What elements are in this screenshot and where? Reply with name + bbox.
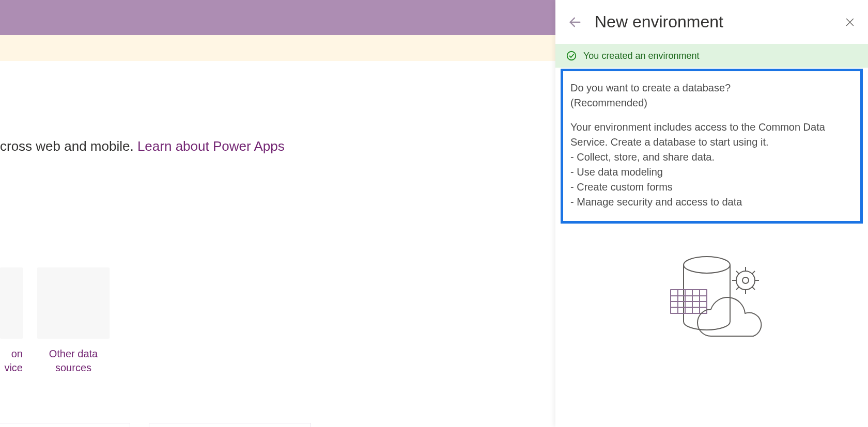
tile-caption: Other data sources [49, 347, 98, 375]
create-db-description: Your environment includes access to the … [570, 120, 853, 210]
svg-line-23 [752, 271, 755, 274]
tagline-prefix: cross web and mobile. [0, 138, 137, 154]
tile-caption: on vice [0, 347, 23, 375]
tile-common-data-service[interactable]: on vice [0, 267, 23, 375]
learn-link[interactable]: Learn about Power Apps [137, 138, 285, 154]
svg-point-17 [742, 277, 749, 283]
main-content: cross web and mobile. Learn about Power … [0, 61, 555, 427]
svg-line-22 [736, 271, 739, 274]
template-cards [0, 423, 311, 427]
checkmark-icon [566, 50, 577, 61]
close-icon[interactable] [844, 17, 856, 28]
start-tiles: on vice Other data sources [0, 267, 110, 375]
svg-point-6 [567, 52, 576, 60]
create-db-question: Do you want to create a database? (Recom… [570, 81, 853, 110]
template-card[interactable] [0, 423, 130, 427]
tagline-text: cross web and mobile. Learn about Power … [0, 138, 285, 154]
success-text: You created an environment [583, 51, 700, 61]
notice-band [0, 35, 555, 61]
new-environment-panel: New environment You created an environme… [555, 0, 868, 427]
panel-highlight-box: Do you want to create a database? (Recom… [561, 69, 863, 224]
template-card[interactable] [149, 423, 311, 427]
tile-other-data-sources[interactable]: Other data sources [37, 267, 110, 375]
back-icon[interactable] [568, 15, 582, 29]
panel-title: New environment [595, 12, 832, 31]
database-illustration [555, 224, 868, 358]
tile-thumb [0, 267, 23, 339]
svg-point-7 [684, 257, 730, 273]
panel-header: New environment [555, 0, 868, 44]
svg-line-25 [752, 287, 755, 290]
tile-thumb [37, 267, 110, 339]
svg-line-24 [736, 287, 739, 290]
success-banner: You created an environment [555, 44, 868, 68]
svg-point-16 [736, 271, 755, 290]
